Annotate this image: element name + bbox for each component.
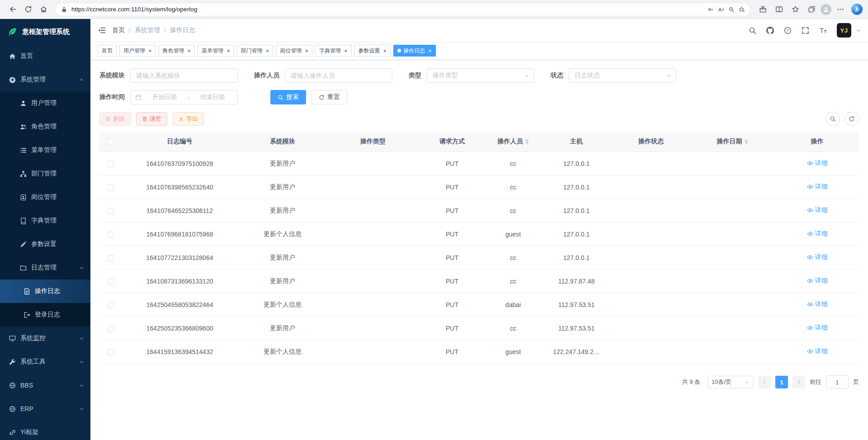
operator-input[interactable] (285, 68, 392, 83)
sidebar-item-bbs[interactable]: BBS (0, 374, 90, 397)
browser-chrome: https://ccnetcore.com:1101/system/log/op… (0, 0, 868, 19)
row-checkbox[interactable] (108, 208, 114, 214)
prev-page-button[interactable] (758, 376, 771, 388)
row-checkbox[interactable] (108, 185, 114, 191)
back-icon[interactable] (5, 2, 20, 17)
sidebar-item-post[interactable]: 岗位管理 (0, 185, 90, 209)
refresh-table-button[interactable] (844, 112, 859, 126)
sidebar-item-yi[interactable]: Yi框架 (0, 421, 90, 440)
fullscreen-icon[interactable] (802, 27, 809, 34)
tab-岗位管理[interactable]: 岗位管理× (276, 45, 312, 57)
row-checkbox[interactable] (108, 302, 114, 308)
sidebar-item-home[interactable]: 首页 (0, 44, 90, 68)
sidebar-item-param[interactable]: 参数设置 (0, 232, 90, 256)
tab-部门管理[interactable]: 部门管理× (237, 45, 274, 57)
cell-type (328, 246, 418, 270)
sidebar-item-loginlog[interactable]: 登录日志 (0, 303, 90, 326)
breadcrumb-item[interactable]: 首页 (112, 26, 125, 34)
close-icon[interactable]: × (266, 48, 269, 54)
sidebar-item-monitor[interactable]: 系统监控 (0, 326, 90, 350)
sidebar-item-dept[interactable]: 部门管理 (0, 162, 90, 185)
export-button[interactable]: 导出 (173, 112, 204, 126)
type-select[interactable]: 操作类型 (427, 68, 534, 83)
collections-icon[interactable] (804, 2, 819, 17)
toggle-search-button[interactable] (826, 112, 840, 126)
module-input[interactable] (130, 68, 238, 83)
reset-button[interactable]: 重置 (311, 90, 347, 104)
sort-carets-icon[interactable] (745, 139, 748, 144)
detail-link[interactable]: 详细 (807, 347, 828, 355)
row-checkbox[interactable] (108, 326, 114, 332)
tab-操作日志[interactable]: 操作日志× (393, 45, 436, 57)
tab-角色管理[interactable]: 角色管理× (159, 45, 195, 57)
chevron-down-icon[interactable] (856, 28, 861, 33)
close-icon[interactable]: × (188, 48, 191, 54)
home-icon[interactable] (36, 2, 51, 17)
help-icon[interactable]: ? (784, 27, 792, 34)
tab-首页[interactable]: 首页 (98, 45, 117, 57)
sidebar-item-user[interactable]: 用户管理 (0, 91, 90, 115)
github-icon[interactable] (766, 27, 774, 34)
sort-carets-icon[interactable] (525, 139, 529, 144)
detail-link[interactable]: 详细 (807, 324, 828, 332)
search-icon[interactable] (749, 27, 756, 34)
read-aloud-icon[interactable] (718, 6, 724, 13)
sidebar-item-log[interactable]: 日志管理 (0, 256, 90, 279)
sidebar-toggle-icon[interactable] (98, 26, 106, 34)
tab-菜单管理[interactable]: 菜单管理× (198, 45, 234, 57)
tab-用户管理[interactable]: 用户管理× (119, 45, 156, 57)
detail-link[interactable]: 详细 (807, 206, 828, 214)
select-all-checkbox[interactable] (108, 139, 114, 145)
row-checkbox[interactable] (108, 161, 114, 167)
close-icon[interactable]: × (383, 48, 387, 54)
row-checkbox[interactable] (108, 349, 114, 355)
close-icon[interactable]: × (305, 48, 308, 54)
tab-参数设置[interactable]: 参数设置× (354, 45, 391, 57)
next-page-button[interactable] (793, 376, 805, 388)
row-checkbox[interactable] (108, 232, 114, 238)
date-range-picker[interactable]: 开始日期 - 结束日期 (130, 90, 238, 104)
sidebar-item-dict[interactable]: 字典管理 (0, 209, 90, 232)
user-avatar[interactable]: YJ (837, 23, 851, 38)
status-select[interactable]: 日志状态 (569, 68, 676, 83)
breadcrumb-item[interactable]: 系统管理 (135, 26, 160, 34)
detail-link[interactable]: 详细 (807, 183, 828, 191)
close-icon[interactable]: × (428, 48, 432, 54)
font-size-icon[interactable] (819, 27, 827, 34)
copilot-icon[interactable]: b (851, 4, 863, 15)
detail-link[interactable]: 详细 (807, 277, 828, 285)
page-number-button[interactable]: 1 (775, 376, 788, 388)
favorites-icon[interactable] (788, 2, 802, 17)
page-size-select[interactable]: 10条/页 (708, 376, 754, 388)
cell-operator: cc (486, 317, 540, 340)
detail-link[interactable]: 详细 (807, 159, 828, 167)
extensions-icon[interactable] (755, 2, 770, 17)
split-screen-icon[interactable] (772, 2, 786, 17)
close-icon[interactable]: × (344, 48, 348, 54)
goto-page-input[interactable] (826, 375, 849, 389)
tab-字典管理[interactable]: 字典管理× (315, 45, 352, 57)
refresh-icon[interactable] (21, 2, 35, 17)
detail-link[interactable]: 详细 (807, 253, 828, 261)
clear-button[interactable]: 清空 (136, 112, 167, 126)
sidebar-item-role[interactable]: 角色管理 (0, 115, 90, 138)
detail-link[interactable]: 详细 (807, 230, 828, 238)
close-icon[interactable]: × (226, 48, 230, 54)
sidebar-item-operlog[interactable]: 操作日志 (0, 279, 90, 303)
sidebar-item-tool[interactable]: 系统工具 (0, 350, 90, 374)
row-checkbox[interactable] (108, 255, 114, 261)
sidebar-item-erp[interactable]: ERP (0, 397, 90, 421)
delete-button[interactable]: 删除 (99, 112, 131, 126)
zoom-out-icon[interactable] (728, 6, 735, 13)
password-key-icon[interactable] (708, 6, 714, 13)
sidebar-item-system[interactable]: 系统管理 (0, 68, 90, 91)
sidebar-item-menu[interactable]: 菜单管理 (0, 138, 90, 162)
search-button[interactable]: 搜索 (270, 90, 306, 104)
detail-link[interactable]: 详细 (807, 300, 828, 308)
address-bar[interactable]: https://ccnetcore.com:1101/system/log/op… (55, 3, 751, 16)
close-icon[interactable]: × (148, 48, 152, 54)
row-checkbox[interactable] (108, 279, 114, 285)
profile-avatar[interactable] (821, 4, 831, 15)
add-favorite-icon[interactable] (739, 6, 745, 13)
browser-menu-icon[interactable] (833, 2, 848, 17)
